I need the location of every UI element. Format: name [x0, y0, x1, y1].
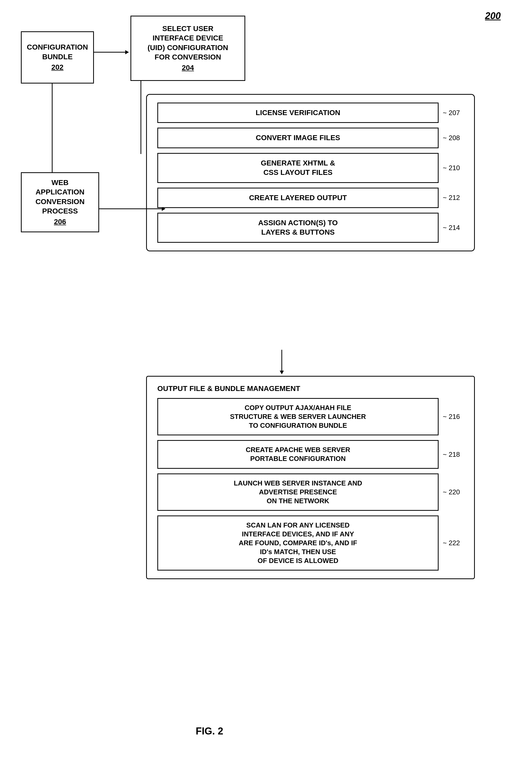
step-license-verification: LICENSE VERIFICATION: [157, 102, 438, 123]
web-app-box: WEB APPLICATION CONVERSION PROCESS 206: [21, 172, 99, 232]
svg-marker-8: [280, 371, 284, 374]
output-step-number-222: ~ 222: [443, 539, 464, 547]
output-step-row-218: CREATE APACHE WEB SERVER PORTABLE CONFIG…: [157, 440, 464, 469]
output-step-220: LAUNCH WEB SERVER INSTANCE AND ADVERTISE…: [157, 473, 438, 511]
step-row-207: LICENSE VERIFICATION ~ 207: [157, 102, 464, 123]
step-assign-actions: ASSIGN ACTION(S) TO LAYERS & BUTTONS: [157, 213, 438, 243]
output-title: OUTPUT FILE & BUNDLE MANAGEMENT: [157, 384, 464, 393]
select-uid-box: SELECT USER INTERFACE DEVICE (UID) CONFI…: [131, 16, 245, 81]
output-step-number-220: ~ 220: [443, 488, 464, 496]
web-app-line1: WEB APPLICATION: [28, 178, 92, 197]
step-row-214: ASSIGN ACTION(S) TO LAYERS & BUTTONS ~ 2…: [157, 213, 464, 243]
web-app-line2: CONVERSION: [35, 197, 85, 207]
output-step-row-216: COPY OUTPUT AJAX/AHAH FILE STRUCTURE & W…: [157, 398, 464, 435]
svg-marker-1: [125, 50, 129, 54]
output-step-row-220: LAUNCH WEB SERVER INSTANCE AND ADVERTISE…: [157, 473, 464, 511]
fig-label: FIG. 2: [196, 726, 223, 737]
output-step-216: COPY OUTPUT AJAX/AHAH FILE STRUCTURE & W…: [157, 398, 438, 435]
config-bundle-box: CONFIGURATION BUNDLE 202: [21, 31, 94, 84]
config-bundle-line2: BUNDLE: [42, 52, 73, 61]
step-number-212: ~ 212: [443, 194, 464, 202]
select-uid-line3: (UID) CONFIGURATION: [148, 43, 228, 53]
output-step-row-222: SCAN LAN FOR ANY LICENSED INTERFACE DEVI…: [157, 515, 464, 571]
select-uid-line1: SELECT USER: [162, 24, 213, 33]
step-number-210: ~ 210: [443, 164, 464, 172]
output-step-number-218: ~ 218: [443, 451, 464, 459]
step-row-210: GENERATE XHTML & CSS LAYOUT FILES ~ 210: [157, 153, 464, 183]
step-number-214: ~ 214: [443, 224, 464, 232]
step-create-layered: CREATE LAYERED OUTPUT: [157, 188, 438, 208]
process-outer-box: LICENSE VERIFICATION ~ 207 CONVERT IMAGE…: [146, 94, 475, 251]
select-uid-line4: FOR CONVERSION: [154, 53, 221, 62]
output-step-number-216: ~ 216: [443, 413, 464, 421]
figure-number: 200: [485, 11, 501, 21]
step-convert-image: CONVERT IMAGE FILES: [157, 128, 438, 148]
web-app-line3: PROCESS: [42, 207, 78, 216]
step-number-208: ~ 208: [443, 134, 464, 142]
select-uid-line2: INTERFACE DEVICE: [153, 33, 223, 43]
output-outer-box: OUTPUT FILE & BUNDLE MANAGEMENT COPY OUT…: [146, 376, 475, 579]
step-number-207: ~ 207: [443, 109, 464, 117]
step-row-208: CONVERT IMAGE FILES ~ 208: [157, 128, 464, 148]
diagram-container: 200 CONFIGURATION BUNDLE 202 SELECT USER…: [0, 0, 532, 759]
config-bundle-number: 202: [52, 62, 64, 72]
step-row-212: CREATE LAYERED OUTPUT ~ 212: [157, 188, 464, 208]
output-step-222: SCAN LAN FOR ANY LICENSED INTERFACE DEVI…: [157, 515, 438, 571]
output-step-218: CREATE APACHE WEB SERVER PORTABLE CONFIG…: [157, 440, 438, 469]
step-generate-xhtml: GENERATE XHTML & CSS LAYOUT FILES: [157, 153, 438, 183]
config-bundle-line1: CONFIGURATION: [27, 43, 88, 52]
web-app-number: 206: [54, 217, 66, 226]
select-uid-number: 204: [182, 63, 194, 72]
